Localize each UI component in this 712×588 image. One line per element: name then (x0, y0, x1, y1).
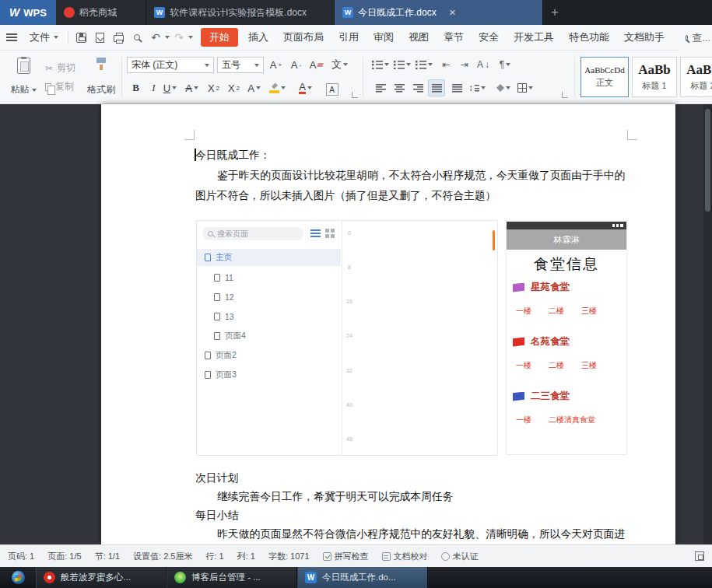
italic-button[interactable]: I (146, 79, 162, 96)
tab-insert[interactable]: 插入 (241, 27, 275, 47)
redo-button[interactable]: ↷ (170, 28, 188, 47)
tree-item-page4[interactable]: 页面4 (197, 327, 341, 345)
style-heading-2[interactable]: AaBb 标题 2 (680, 57, 712, 97)
vertical-scrollbar[interactable] (703, 104, 712, 544)
ribbon-search[interactable]: 查... (679, 25, 712, 51)
cut-button[interactable]: ✂ 剪切 (45, 61, 75, 75)
taskbar-item-browser[interactable]: 博客后台管理 - ... (167, 567, 297, 588)
taskbar-item-wps[interactable]: W 今日既成工作.do... (297, 567, 428, 588)
tree-item-page2[interactable]: 页面2 (197, 347, 341, 364)
strikethrough-button[interactable]: A (184, 79, 200, 96)
paragraph[interactable]: 鉴于昨天的页面设计比较花里胡哨，不太符合小程序规范，今天重做了页面由于手中的 (217, 169, 625, 183)
font-size-select[interactable]: 五号 (217, 57, 264, 73)
tree-item-12[interactable]: 12 (197, 289, 341, 306)
tab-review[interactable]: 审阅 (367, 27, 401, 47)
sort-button[interactable]: A↓ (475, 56, 492, 73)
fullscreen-icon[interactable] (695, 551, 704, 561)
file-menu[interactable]: 文件 (23, 25, 65, 50)
copy-button[interactable]: 复制 (45, 80, 74, 93)
bold-button[interactable]: B (128, 79, 144, 96)
align-right-button[interactable] (409, 79, 426, 96)
wps-menu-button[interactable]: W WPS (0, 0, 56, 25)
tab-references[interactable]: 引用 (331, 27, 366, 47)
grid-view-icon[interactable] (325, 229, 335, 238)
document-page[interactable]: 今日既成工作： 鉴于昨天的页面设计比较花里胡哨，不太符合小程序规范，今天重做了页… (101, 104, 675, 544)
font-color-button[interactable]: A (297, 79, 314, 96)
tab-docer-store[interactable]: 稻壳商城 (56, 0, 146, 25)
close-tab-icon[interactable]: ✕ (449, 8, 456, 18)
increase-indent-button[interactable]: ⇥ (456, 56, 473, 73)
subscript-button[interactable]: X2 (226, 79, 242, 96)
text-effects-button[interactable]: A (246, 79, 262, 96)
distribute-button[interactable] (448, 79, 465, 96)
export-button[interactable] (90, 28, 109, 47)
numbered-list-button[interactable] (394, 56, 411, 73)
tab-view[interactable]: 视图 (402, 27, 436, 47)
tree-item-13[interactable]: 13 (197, 308, 341, 325)
align-left-button[interactable] (372, 79, 389, 96)
pinyin-guide-button[interactable]: 文 (331, 56, 348, 73)
canvas-scrollbar[interactable] (493, 230, 495, 250)
page-search-input[interactable]: 搜索页面 (202, 227, 303, 240)
tab-document-current[interactable]: W 今日既成工作.docx ✕ (335, 0, 543, 25)
list-view-icon[interactable] (310, 229, 321, 238)
highlight-color-button[interactable] (269, 79, 286, 96)
redo-dropdown-icon[interactable] (188, 36, 193, 39)
font-family-select[interactable]: 宋体 (正文) (127, 57, 214, 73)
underline-button[interactable]: U (162, 79, 178, 96)
increase-font-button[interactable]: A+ (268, 56, 284, 73)
superscript-button[interactable]: X2 (205, 79, 222, 96)
bullet-list-button[interactable] (372, 56, 389, 73)
tree-item-page3[interactable]: 页面3 (197, 366, 341, 383)
tab-security[interactable]: 安全 (472, 27, 506, 47)
paragraph[interactable]: 图片不符合，所以未插入图片（插了但是又删了，不符合主题） (195, 189, 496, 203)
paragraph[interactable]: 今日既成工作： (195, 149, 271, 163)
paste-button[interactable]: 粘贴 (6, 55, 40, 99)
multilevel-list-button[interactable] (416, 56, 433, 73)
taskbar-item-music[interactable]: 般若波罗蜜多心... (36, 567, 167, 588)
certification-button[interactable]: 未认证 (441, 551, 479, 562)
style-normal[interactable]: AaBbCcDd 正文 (580, 57, 629, 97)
tab-special-features[interactable]: 特色功能 (562, 27, 616, 47)
document-area[interactable]: 今日既成工作： 鉴于昨天的页面设计比较花里胡哨，不太符合小程序规范，今天重做了页… (0, 104, 712, 544)
new-tab-button[interactable]: + (543, 0, 566, 25)
font-dialog-launcher-icon[interactable] (352, 92, 358, 98)
status-word-count[interactable]: 字数: 1071 (268, 551, 310, 562)
tree-item-home[interactable]: 主页 (197, 249, 341, 266)
undo-button[interactable]: ↶ (146, 28, 165, 47)
tab-page-layout[interactable]: 页面布局 (276, 27, 331, 47)
line-spacing-button[interactable]: ↕ (468, 79, 486, 96)
chevron-down-icon (54, 36, 58, 39)
tree-item-11[interactable]: 11 (197, 269, 341, 286)
print-preview-button[interactable] (128, 28, 146, 47)
embedded-image[interactable]: 搜索页面 主页 11 12 13 页面4 页面2 页面3 0 8 16 24 (196, 216, 627, 460)
decrease-indent-button[interactable]: ⇤ (437, 56, 454, 73)
scrollbar-thumb[interactable] (705, 109, 710, 212)
save-button[interactable] (72, 28, 90, 47)
tab-section[interactable]: 章节 (437, 27, 471, 47)
show-marks-button[interactable]: ¶ (496, 56, 514, 73)
start-button[interactable] (0, 567, 36, 588)
paragraph[interactable]: 每日小结 (195, 509, 238, 523)
print-button[interactable] (109, 28, 128, 47)
decrease-font-button[interactable]: A- (288, 56, 304, 73)
tab-document-template[interactable]: W 软件课程设计I实验报告模板.docx (146, 0, 335, 25)
justify-button[interactable] (428, 79, 445, 96)
format-painter-button[interactable]: 格式刷 (86, 55, 117, 99)
doc-proof-button[interactable]: 文档校对 (382, 551, 428, 562)
spell-check-button[interactable]: 拼写检查 (323, 551, 369, 562)
clear-format-button[interactable]: A (308, 56, 324, 73)
paragraph-dialog-launcher-icon[interactable] (562, 92, 568, 98)
char-border-button[interactable]: A (324, 81, 340, 98)
tab-dev-tools[interactable]: 开发工具 (507, 27, 561, 47)
menu-icon[interactable] (0, 25, 23, 50)
align-center-button[interactable] (391, 79, 408, 96)
tab-doc-assistant[interactable]: 文档助手 (617, 27, 672, 47)
borders-button[interactable] (517, 79, 534, 96)
paragraph[interactable]: 昨天做的页面显然不符合微信小程序规范中的友好礼貌、清晰明确，所以今天对页面进 (217, 527, 625, 541)
paragraph[interactable]: 继续完善今日工作，希冀于明天可以完成本周任务 (217, 490, 454, 504)
style-heading-1[interactable]: AaBb 标题 1 (632, 57, 677, 97)
tab-home[interactable]: 开始 (201, 28, 238, 47)
paragraph[interactable]: 次日计划 (195, 471, 238, 485)
shading-button[interactable] (495, 79, 512, 96)
